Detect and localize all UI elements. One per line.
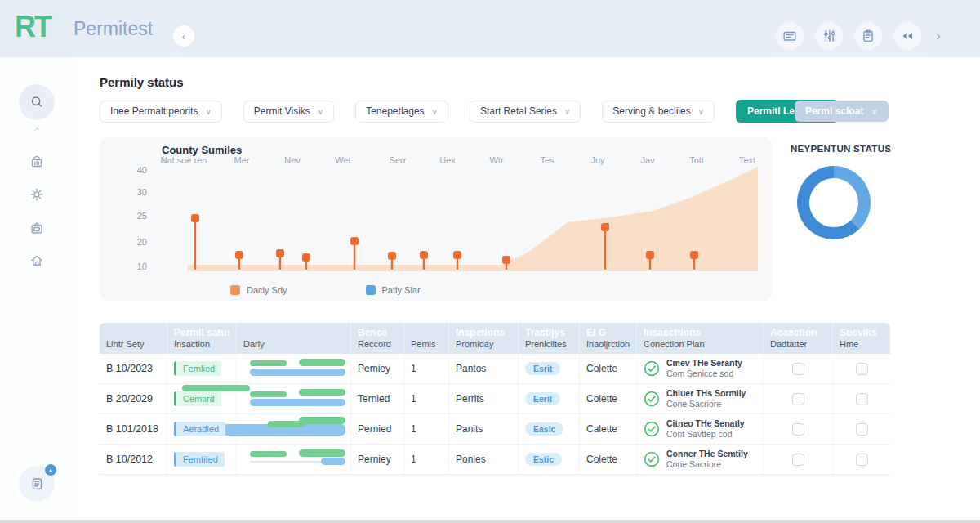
type-badge: Eerit [525,392,560,405]
filter-dropdown-3[interactable]: Start Retal Series∨ [470,101,581,123]
notes-icon [28,475,46,493]
permit-date: B 10/2012 [106,454,153,465]
status-badge: Femtited [174,452,225,467]
chevron-down-icon: ∨ [432,107,438,116]
column-header-8: InsaecttionsConection Plan [637,323,764,354]
pemis-cell: 1 [404,414,449,444]
search-icon [28,93,46,111]
county-chart-panel: County Sumiles Nat soe renMerNevWetSerrU… [100,137,772,301]
check-circle-icon [644,451,660,467]
filter-dropdown-0[interactable]: Inee Permalt peorits∨ [100,101,222,123]
inspection-note: Citneo THe SenatlyCont Savttep cod [644,418,745,440]
dadtatter-checkbox-cell [764,384,833,413]
svg-text:Wet: Wet [335,155,350,165]
sidebar-item-permits[interactable] [19,210,55,246]
progress-bar-segment [250,399,345,406]
sliders-button[interactable] [815,22,843,50]
clipboard-button[interactable] [854,22,882,50]
promiday-cell: Panits [449,414,519,444]
column-group-label [243,327,344,339]
dadtatter-checkbox[interactable] [792,423,804,436]
record-cell: Ternied [351,384,404,413]
record-cell: Perniey [351,445,404,474]
note-cell: Chiuer THs SormilyCone Sacriore [637,384,764,413]
sidebar-item-settings[interactable] [19,177,55,212]
column-group-label: Inspetions [456,327,511,339]
donut-chart [797,166,871,239]
hme-checkbox[interactable] [856,454,868,466]
note-line1: Citneo THe Senatly [666,418,745,429]
column-label: Insaction [174,339,229,349]
app-title: Permitest [74,18,153,40]
filter-dropdown-label: Serving & becliies [612,105,690,117]
filter-dropdown-1[interactable]: Permit Visiks∨ [243,101,334,123]
table-row: B 10/2023FemliedPemiey1PantosEsritColett… [100,354,890,384]
chart-legend: Dacly Sdy Patly Slar [230,285,421,295]
permits-table: Lintr SetyPermil satusInsactionDarlyBenc… [100,323,890,475]
dadtatter-checkbox[interactable] [792,393,804,405]
column-group-label [411,327,442,339]
cards-button[interactable] [776,22,804,50]
filter-dropdown-label: Inee Permalt peorits [110,105,198,117]
record: Pemiey [358,363,390,374]
sidebar-item-notes[interactable]: ▲ [19,466,55,502]
legend-label-partly: Patly Slar [382,285,421,295]
filter-dropdown-2[interactable]: Tenepetlages∨ [355,101,448,123]
rewind-icon [898,27,916,45]
sidebar-item-search[interactable] [19,84,55,120]
chevron-up-icon [31,123,43,135]
progress-bar-segment [299,417,345,424]
forward-button[interactable]: › [933,28,941,44]
note-cell: Citneo THe SenatlyCont Savttep cod [637,414,764,444]
progress-bar-segment [250,369,345,376]
promiday-cell: Pantos [449,354,519,383]
dadtatter-checkbox[interactable] [792,454,804,466]
type-cell: Easlc [519,414,580,444]
hme-checkbox[interactable] [856,393,868,405]
secondary-filter-button[interactable]: Perml scloat ∨ [795,101,889,122]
svg-text:Jav: Jav [640,155,655,165]
name-cell: Calette [580,414,637,444]
logo-rt: RT [15,10,51,44]
back-button[interactable]: ‹ [173,25,194,47]
hme-checkbox[interactable] [856,423,868,436]
hme-checkbox-cell [833,414,890,444]
progress-bar-segment [250,391,287,397]
progress-bar-segment [250,451,287,457]
svg-text:Mer: Mer [234,155,250,165]
dadtatter-checkbox[interactable] [792,363,804,375]
rewind-button[interactable] [893,22,921,50]
pemis: 1 [411,393,416,405]
svg-text:Serr: Serr [390,155,407,165]
inspection-note: Conner THe SemtilyCone Sacriore [644,449,748,470]
sidebar-item-home[interactable] [19,243,55,279]
sliders-icon [820,27,838,45]
column-header-5: InspetionsPromiday [449,323,519,354]
name: Colette [586,363,617,374]
secondary-filter-label: Perml scloat [805,105,863,117]
sidebar-item-analytics[interactable] [19,144,55,180]
hme-checkbox[interactable] [856,363,868,375]
note-line1: Cmev THe Seranty [666,358,742,369]
donut-status-label: NEYPENTUN STATUS [791,144,891,154]
table-header: Lintr SetyPermil satusInsactionDarlyBenc… [100,323,890,354]
record-cell: Pernied [351,414,404,444]
svg-text:20: 20 [137,237,147,247]
pemis: 1 [411,423,416,435]
note-line2: Cone Sacriore [666,399,746,409]
progress-bars [243,449,344,469]
table-row: B 101/2018AeradiedPernied1PanitsEaslcCal… [100,414,890,445]
filter-dropdown-4[interactable]: Serving & becliies∨ [602,101,715,123]
filter-dropdown-label: Permit Visiks [254,105,310,117]
column-label: Prenlciltes [525,339,572,349]
table-row: B 20/2029CemtirdTernied1PerritsEeritCole… [100,384,890,414]
sidebar-collapse-button[interactable] [19,118,55,138]
chevron-right-icon: › [936,28,941,43]
svg-text:Wtr: Wtr [489,155,503,165]
notification-badge: ▲ [45,464,56,476]
type-cell: Eerit [519,384,580,413]
column-label: Lintr Sety [106,339,160,349]
note-cell: Conner THe SemtilyCone Sacriore [637,445,764,474]
legend-swatch-partly [366,285,376,295]
column-label: Hme [840,339,884,349]
